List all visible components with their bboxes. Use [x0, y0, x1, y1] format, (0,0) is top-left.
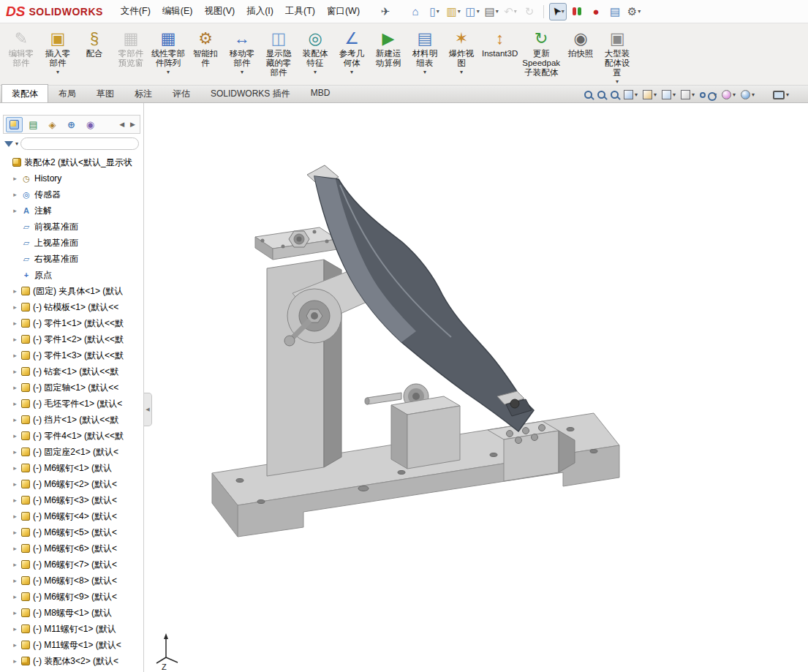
tree-item-9[interactable]: ▸(-) 钻模板<1> (默认<< — [0, 299, 143, 315]
hide-show-items-button[interactable]: ▾ — [700, 91, 717, 98]
expand-caret-icon[interactable]: ▸ — [12, 545, 18, 552]
expand-caret-icon[interactable]: ▸ — [12, 497, 18, 504]
reference-geometry-button[interactable]: ∠参考几何体▾ — [333, 26, 370, 85]
tree-filter-input[interactable] — [20, 137, 139, 150]
menu-item-4[interactable]: 工具(T) — [279, 1, 321, 21]
expand-caret-icon[interactable]: ▸ — [12, 480, 18, 488]
filter-funnel-icon[interactable] — [4, 141, 13, 147]
displaymanager-tab[interactable]: ◉ — [82, 117, 99, 132]
filter-caret-icon[interactable]: ▾ — [15, 140, 18, 147]
expand-caret-icon[interactable]: ▸ — [12, 561, 18, 568]
tab-1[interactable]: 布局 — [48, 84, 86, 102]
expand-caret-icon[interactable]: ▸ — [12, 641, 18, 649]
tree-item-17[interactable]: ▸(-) 零件4<1> (默认<<默 — [0, 428, 143, 444]
menu-item-0[interactable]: 文件(F) — [115, 1, 156, 21]
tree-item-20[interactable]: ▸(-) M6螺钉<2> (默认< — [0, 476, 143, 492]
zoom-fit-button[interactable] — [584, 91, 592, 99]
expand-caret-icon[interactable]: ▸ — [12, 577, 18, 584]
expand-caret-icon[interactable]: ▸ — [12, 416, 18, 423]
tree-item-29[interactable]: ▸(-) M11螺钉<1> (默认 — [0, 621, 143, 637]
linear-pattern-button[interactable]: ▦线性零部件阵列▾ — [149, 26, 187, 85]
print-button[interactable]: ▤▾ — [483, 3, 500, 20]
expand-caret-icon[interactable]: ▸ — [12, 448, 18, 456]
configurationmanager-tab[interactable]: ◈ — [44, 117, 61, 132]
graphics-viewport[interactable]: ◀ — [144, 103, 808, 672]
expand-caret-icon[interactable]: ▸ — [12, 175, 18, 182]
tree-item-7[interactable]: +原点 — [0, 267, 143, 283]
tab-2[interactable]: 草图 — [86, 84, 124, 102]
tab-4[interactable]: 评估 — [162, 84, 200, 102]
large-assembly-settings-button[interactable]: ▣大型装配体设置▾ — [599, 26, 635, 85]
open-button[interactable]: ▥▾ — [445, 3, 462, 20]
tree-item-28[interactable]: ▸(-) M8螺母<1> (默认 — [0, 605, 143, 621]
expand-caret-icon[interactable]: ▸ — [12, 287, 18, 295]
tree-item-27[interactable]: ▸(-) M6螺钉<9> (默认< — [0, 589, 143, 605]
assembly-features-button[interactable]: ◎装配体特征▾ — [297, 26, 333, 85]
tab-3[interactable]: 标注 — [124, 84, 162, 102]
featuremanager-tab[interactable] — [6, 117, 23, 132]
expand-caret-icon[interactable]: ▸ — [12, 320, 18, 327]
tree-item-25[interactable]: ▸(-) M6螺钉<7> (默认< — [0, 556, 143, 573]
macro-button[interactable]: ● — [587, 3, 605, 20]
panel-prev-button[interactable]: ◀ — [117, 119, 127, 129]
tree-item-26[interactable]: ▸(-) M6螺钉<8> (默认< — [0, 573, 143, 589]
menu-item-2[interactable]: 视图(V) — [199, 1, 241, 21]
expand-caret-icon[interactable]: ▸ — [12, 336, 18, 343]
expand-caret-icon[interactable]: ▸ — [12, 609, 18, 616]
select-cursor-button[interactable]: ➤▾ — [549, 3, 567, 20]
component-lights-button[interactable] — [568, 3, 586, 20]
tree-item-11[interactable]: ▸(-) 零件1<2> (默认<<默 — [0, 331, 143, 347]
view-orientation-button[interactable]: ▾ — [662, 90, 676, 99]
tree-item-6[interactable]: ▱右视基准面 — [0, 251, 143, 267]
expand-caret-icon[interactable]: ▸ — [12, 513, 18, 520]
insert-components-button[interactable]: ▣插入零部件▾ — [39, 26, 76, 85]
apply-scene-button[interactable]: ▾ — [741, 90, 755, 99]
expand-caret-icon[interactable]: ▸ — [12, 593, 18, 600]
home-button[interactable]: ⌂ — [407, 3, 424, 20]
drawing-view-button[interactable]: ▾ — [643, 90, 657, 99]
expand-caret-icon[interactable]: ▸ — [12, 191, 18, 198]
model-canvas[interactable]: Z — [144, 103, 801, 672]
expand-caret-icon[interactable]: ▸ — [12, 368, 18, 375]
move-component-button[interactable]: ↔移动零部件▾ — [224, 26, 260, 85]
expand-caret-icon[interactable]: ▸ — [12, 464, 18, 472]
new-document-button[interactable]: ▯▾ — [426, 3, 443, 20]
expand-caret-icon[interactable]: ▸ — [12, 400, 18, 407]
tree-item-30[interactable]: ▸(-) M11螺母<1> (默认< — [0, 637, 143, 653]
support-column[interactable] — [255, 227, 341, 476]
tree-item-19[interactable]: ▸(-) M6螺钉<1> (默认 — [0, 460, 143, 476]
expand-caret-icon[interactable]: ▸ — [12, 207, 18, 214]
tab-6[interactable]: MBD — [301, 84, 341, 102]
tree-item-31[interactable]: ▸(-) 装配体3<2> (默认< — [0, 653, 143, 669]
tree-item-2[interactable]: ▸◎传感器 — [0, 186, 143, 203]
dimxpertmanager-tab[interactable]: ⊕ — [63, 117, 80, 132]
tree-item-4[interactable]: ▱前视基准面 — [0, 219, 143, 235]
save-button[interactable]: ◫▾ — [464, 3, 481, 20]
zoom-area-button[interactable] — [597, 91, 605, 99]
new-motion-study-button[interactable]: ▶新建运动算例 — [370, 26, 407, 85]
expand-caret-icon[interactable]: ▸ — [12, 303, 18, 311]
view-settings-button[interactable]: ▾ — [773, 91, 789, 99]
tree-item-14[interactable]: ▸(-) 固定轴<1> (默认<< — [0, 380, 143, 396]
tree-item-13[interactable]: ▸(-) 钻套<1> (默认<<默 — [0, 363, 143, 380]
exploded-view-button[interactable]: ✶爆炸视图▾ — [443, 26, 480, 85]
options-button[interactable]: ⚙▾ — [625, 3, 643, 20]
menu-item-3[interactable]: 插入(I) — [241, 1, 279, 21]
zoom-selection-button[interactable] — [611, 91, 619, 99]
expand-caret-icon[interactable]: ▸ — [12, 432, 18, 439]
mate-button[interactable]: §配合 — [76, 26, 113, 85]
show-hidden-components-button[interactable]: ◫显示隐藏的零部件 — [260, 26, 297, 85]
expand-caret-icon[interactable]: ▸ — [12, 657, 18, 665]
bill-of-materials-button[interactable]: ▤材料明细表▾ — [407, 26, 443, 85]
tab-5[interactable]: SOLIDWORKS 插件 — [200, 84, 301, 102]
instant3d-button[interactable]: ↕Instant3D — [480, 26, 520, 85]
tree-item-1[interactable]: ▸◷History — [0, 170, 143, 186]
tree-item-16[interactable]: ▸(-) 挡片<1> (默认<<默 — [0, 412, 143, 428]
expand-caret-icon[interactable]: ▸ — [12, 352, 18, 359]
expand-caret-icon[interactable]: ▸ — [12, 384, 18, 391]
tab-0[interactable]: 装配体 — [1, 84, 48, 102]
take-snapshot-button[interactable]: ◉拍快照 — [562, 26, 599, 85]
edit-appearance-button[interactable]: ▾ — [722, 90, 736, 99]
tree-item-10[interactable]: ▸(-) 零件1<1> (默认<<默 — [0, 315, 143, 331]
tree-item-3[interactable]: ▸A注解 — [0, 203, 143, 219]
